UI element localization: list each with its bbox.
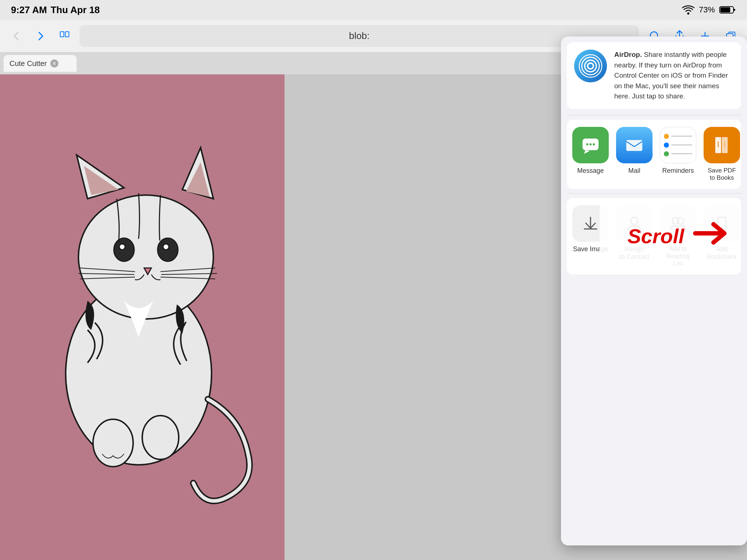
svg-point-0	[687, 12, 689, 15]
svg-point-15	[163, 244, 169, 250]
reminders-icon	[660, 127, 696, 163]
svg-point-14	[119, 244, 125, 250]
tab-title: Cute Cutter	[9, 59, 47, 68]
svg-point-24	[142, 416, 179, 459]
status-date: Thu Apr 18	[51, 4, 100, 16]
tab-close-button[interactable]: ✕	[50, 59, 58, 67]
svg-rect-2	[720, 7, 730, 12]
battery-percent: 73%	[699, 5, 715, 15]
mail-label: Mail	[628, 167, 640, 175]
message-icon	[572, 127, 609, 163]
main-content	[0, 74, 285, 560]
svg-rect-4	[65, 32, 69, 37]
address-text: blob:	[349, 30, 369, 42]
back-button[interactable]	[7, 27, 26, 45]
address-bar[interactable]: blob:	[80, 25, 639, 47]
bookmarks-button[interactable]	[55, 27, 74, 45]
wifi-icon	[682, 5, 694, 15]
forward-button[interactable]	[31, 27, 50, 45]
divider-2	[567, 193, 741, 194]
battery-icon	[719, 5, 736, 14]
app-item-message[interactable]: Message	[570, 127, 611, 175]
books-icon	[704, 127, 740, 163]
svg-point-25	[588, 63, 593, 69]
scroll-arrow	[692, 219, 728, 254]
svg-point-32	[589, 143, 592, 145]
airdrop-section: AirDrop. Share instantly with people nea…	[567, 42, 741, 109]
app-item-mail[interactable]: Mail	[614, 127, 654, 175]
share-sheet: AirDrop. Share instantly with people nea…	[561, 36, 747, 545]
cat-image	[11, 117, 274, 518]
status-right: 73%	[682, 5, 736, 15]
divider-1	[567, 115, 741, 115]
svg-point-7	[78, 195, 213, 319]
active-tab[interactable]: Cute Cutter ✕	[4, 55, 77, 72]
reminders-label: Reminders	[662, 167, 694, 175]
app-row: Message Mail	[567, 120, 741, 189]
books-label: Save PDF to Books	[708, 167, 736, 182]
app-item-books[interactable]: Save PDF to Books	[702, 127, 741, 182]
svg-point-23	[93, 419, 133, 467]
scroll-label: Scroll	[627, 224, 684, 248]
app-item-reminders[interactable]: Reminders	[658, 127, 698, 175]
svg-point-33	[593, 143, 595, 145]
scroll-overlay: Scroll	[600, 198, 741, 275]
svg-point-28	[579, 55, 602, 77]
svg-rect-34	[626, 140, 642, 151]
airdrop-icon	[574, 50, 607, 82]
svg-rect-3	[60, 32, 64, 37]
svg-marker-30	[584, 150, 590, 154]
mail-icon	[616, 127, 653, 163]
status-time: 9:27 AM	[11, 4, 47, 16]
svg-point-26	[585, 60, 596, 72]
message-label: Message	[577, 167, 604, 175]
svg-point-31	[586, 143, 588, 145]
airdrop-description: AirDrop. Share instantly with people nea…	[614, 50, 734, 102]
action-row: Save Image Assign to Contact	[567, 198, 741, 275]
status-bar: 9:27 AM Thu Apr 18 73%	[0, 0, 747, 20]
